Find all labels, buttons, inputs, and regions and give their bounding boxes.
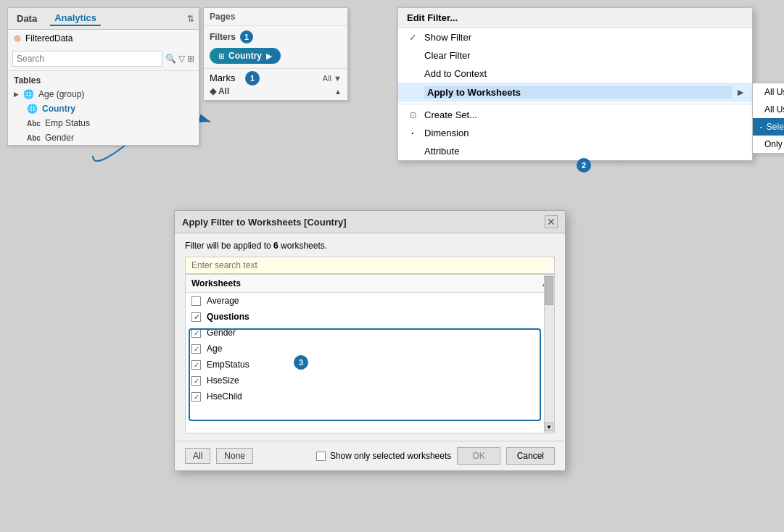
filters-count-badge: 1 <box>240 30 253 43</box>
pages-filters-panel: Pages Filters 1 ⊞ Country ▶ Marks All ▼ … <box>203 7 348 101</box>
grid-icon[interactable]: ⊞ <box>187 54 194 64</box>
check-icon: ✓ <box>194 361 199 369</box>
list-item[interactable]: Abc Gender <box>8 130 199 145</box>
badge-3: 3 <box>294 355 308 370</box>
context-menu-header: Edit Filter... <box>398 8 752 28</box>
dialog-subtitle: Filter will be applied to 6 worksheets. <box>185 241 555 251</box>
all-button[interactable]: All <box>185 448 210 464</box>
item-label-empstatus: Emp Status <box>45 118 90 128</box>
list-item[interactable]: ✓ Age <box>186 341 554 357</box>
tab-data[interactable]: Data <box>12 12 41 25</box>
marks-section: Marks All ▼ ◆ All ▲ <box>204 69 347 100</box>
apply-filter-dialog: Apply Filter to Worksheets [Country] ✕ F… <box>174 210 566 471</box>
worksheet-label-hsesize: HseSize <box>207 375 239 386</box>
dialog-close-button[interactable]: ✕ <box>545 215 558 228</box>
list-item[interactable]: ▶ 🌐 Age (group) <box>8 87 199 101</box>
submenu-item-datasource[interactable]: All Using This Data Source <box>753 101 784 118</box>
submenu-item-only-this[interactable]: Only This Worksheet <box>753 136 784 153</box>
menu-item-show-filter[interactable]: ✓ Show Filter <box>398 28 752 46</box>
database-icon: ⊛ <box>14 33 21 43</box>
list-item[interactable]: Abc Emp Status <box>8 116 199 130</box>
scroll-down-btn[interactable]: ▼ <box>545 423 553 431</box>
list-item[interactable]: Average <box>186 293 554 309</box>
check-icon: ✓ <box>194 345 199 353</box>
checkbox-empstatus[interactable]: ✓ <box>191 360 201 370</box>
ok-button[interactable]: OK <box>457 447 500 465</box>
menu-label-clear-filter: Clear Filter <box>424 50 743 61</box>
submenu-label-datasource: All Using This Data Source <box>764 104 784 115</box>
checkbox-hsesize[interactable]: ✓ <box>191 376 201 386</box>
show-only-label: Show only selected worksheets <box>330 451 451 461</box>
filters-label: Filters <box>210 32 236 42</box>
list-item[interactable]: ✓ HseChild <box>186 388 554 404</box>
apply-worksheets-submenu: All Using Related Data Sources All Using… <box>752 83 784 154</box>
checkbox-gender[interactable]: ✓ <box>191 328 201 338</box>
list-header-label: Worksheets <box>191 278 241 288</box>
filtered-data-item[interactable]: ⊛ FilteredData <box>8 30 199 47</box>
panel-header: Data Analytics ⇅ <box>8 8 199 30</box>
menu-item-apply-worksheets[interactable]: Apply to Worksheets ▶ All Using Related … <box>398 83 752 102</box>
item-label-gender: Gender <box>45 133 74 143</box>
menu-label-dimension: Dimension <box>424 128 743 138</box>
search-input[interactable] <box>12 51 162 67</box>
filter-pill-label: Country <box>228 51 262 61</box>
worksheet-label-hsechild: HseChild <box>207 391 242 402</box>
context-menu: Edit Filter... ✓ Show Filter Clear Filte… <box>397 7 753 161</box>
filter-icon[interactable]: ▽ <box>178 54 185 64</box>
dialog-search-input[interactable] <box>185 257 555 274</box>
scrollbar-thumb[interactable] <box>545 276 553 305</box>
close-icon: ✕ <box>547 216 556 228</box>
menu-item-clear-filter[interactable]: Clear Filter <box>398 46 752 65</box>
tab-analytics[interactable]: Analytics <box>50 11 101 26</box>
list-item[interactable]: ✓ EmpStatus <box>186 357 554 373</box>
sort-icon[interactable]: ⇅ <box>187 14 194 24</box>
checkbox-average[interactable] <box>191 296 201 306</box>
list-header: Worksheets ▲ <box>186 275 554 293</box>
menu-label-apply-worksheets: Apply to Worksheets <box>424 86 732 99</box>
worksheet-label-questions: Questions <box>207 312 249 322</box>
dialog-titlebar: Apply Filter to Worksheets [Country] ✕ <box>175 211 565 233</box>
all-label: ◆ All <box>210 86 229 96</box>
submenu-arrow-icon: ▶ <box>738 88 743 97</box>
filters-row: Filters 1 <box>210 30 342 43</box>
badge-2: 2 <box>577 158 591 173</box>
list-item[interactable]: ✓ Gender <box>186 325 554 341</box>
checkbox-questions[interactable]: ✓ <box>191 312 201 322</box>
item-label-country: Country <box>42 104 75 114</box>
check-icon: ✓ <box>194 329 199 337</box>
scrollbar[interactable]: ▼ <box>544 275 554 433</box>
worksheet-label-empstatus: EmpStatus <box>207 359 249 370</box>
list-item[interactable]: ✓ HseSize <box>186 373 554 388</box>
list-item[interactable]: 🌐 Country <box>8 101 199 116</box>
checkbox-hsechild[interactable]: ✓ <box>191 392 201 402</box>
submenu-label-selected: Selected Worksheets... <box>767 122 784 132</box>
marks-row: Marks All ▼ <box>210 72 342 83</box>
bullet-icon: • <box>407 130 418 136</box>
cancel-button[interactable]: Cancel <box>506 447 555 465</box>
tables-label: Tables <box>8 71 199 87</box>
settings-icon: ⊙ <box>407 109 418 120</box>
none-button[interactable]: None <box>216 448 253 464</box>
check-icon: ✓ <box>194 393 199 401</box>
search-icon[interactable]: 🔍 <box>165 54 176 64</box>
submenu-item-related[interactable]: All Using Related Data Sources <box>753 83 784 101</box>
worksheet-label-age: Age <box>207 344 222 354</box>
menu-item-attribute[interactable]: Attribute <box>398 142 752 160</box>
abc-icon: Abc <box>27 134 41 142</box>
chevron-icon: ▶ <box>14 91 19 98</box>
checkbox-age[interactable]: ✓ <box>191 344 201 354</box>
marks-dropdown[interactable]: All ▼ <box>323 74 342 83</box>
menu-item-create-set[interactable]: ⊙ Create Set... <box>398 106 752 124</box>
data-panel: Data Analytics ⇅ ⊛ FilteredData 🔍 ▽ ⊞ Ta… <box>7 7 199 146</box>
item-label-age: Age (group) <box>38 89 84 99</box>
submenu-item-selected[interactable]: • Selected Worksheets... <box>753 118 784 136</box>
abc-icon: Abc <box>27 120 41 128</box>
filter-country-pill[interactable]: ⊞ Country ▶ <box>210 48 281 64</box>
show-only-checkbox[interactable] <box>316 452 326 461</box>
filters-section: Filters 1 ⊞ Country ▶ <box>204 26 347 69</box>
list-item[interactable]: ✓ Questions <box>186 309 554 325</box>
dialog-footer: All None Show only selected worksheets O… <box>175 441 565 470</box>
menu-item-dimension[interactable]: • Dimension <box>398 124 752 142</box>
menu-item-add-context[interactable]: Add to Context <box>398 65 752 83</box>
chevron-up-icon: ▲ <box>334 88 342 96</box>
